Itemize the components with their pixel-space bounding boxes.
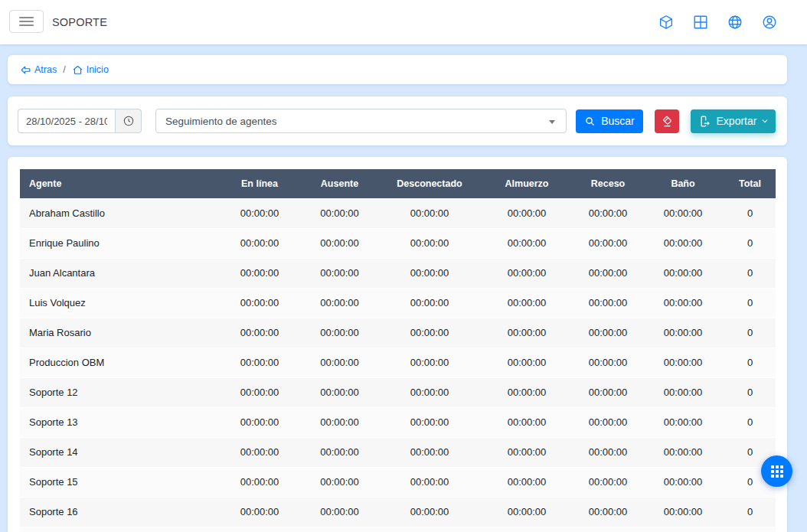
time-cell: 00:00:00 xyxy=(380,258,479,288)
agents-table: AgenteEn líneaAusenteDesconectadoAlmuerz… xyxy=(20,169,776,532)
agent-name-cell: Juan Alcantara xyxy=(20,258,220,288)
time-cell: 0 xyxy=(724,407,776,437)
time-cell: 00:00:00 xyxy=(299,437,380,467)
clear-button[interactable] xyxy=(655,109,679,133)
time-cell: 00:00:00 xyxy=(220,198,299,228)
time-cell: 0 xyxy=(724,258,776,288)
back-arrow-icon xyxy=(20,64,31,76)
table-row: Produccion OBM00:00:0000:00:0000:00:0000… xyxy=(20,348,776,377)
time-cell: 00:00:00 xyxy=(220,497,299,527)
time-cell: 00:00:00 xyxy=(479,288,574,318)
time-cell: 00:00:00 xyxy=(574,437,642,467)
time-cell: 00:00:00 xyxy=(642,228,724,258)
time-cell: 0 xyxy=(724,288,776,318)
table-row: Soporte 1400:00:0000:00:0000:00:0000:00:… xyxy=(20,437,776,467)
time-cell: 00:00:00 xyxy=(220,467,299,497)
time-cell: 00:00:00 xyxy=(574,318,642,348)
time-cell: 0 xyxy=(724,348,776,377)
time-picker-button[interactable] xyxy=(115,109,142,133)
time-cell: 00:00:00 xyxy=(299,497,380,527)
table-row: Enrique Paulino00:00:0000:00:0000:00:000… xyxy=(20,228,776,258)
cube-icon[interactable] xyxy=(658,14,675,31)
search-button[interactable]: Buscar xyxy=(576,109,643,133)
agent-name-cell: Soporte 16 xyxy=(20,497,220,527)
agent-name-cell: Produccion OBM xyxy=(20,348,220,377)
agent-name-cell: Luis Volquez xyxy=(20,288,220,318)
time-cell: 00:00:00 xyxy=(574,198,642,228)
time-cell: 00:00:00 xyxy=(380,437,479,467)
time-cell: 00:00:00 xyxy=(380,348,479,377)
time-cell: 00:00:00 xyxy=(380,497,479,527)
time-cell: 00:00:00 xyxy=(642,348,724,377)
breadcrumb-separator: / xyxy=(63,64,65,75)
column-header-6: Baño xyxy=(642,169,724,198)
time-cell: 00:00:00 xyxy=(642,377,724,407)
time-cell: 00:00:00 xyxy=(574,288,642,318)
table-row: Juan Alcantara00:00:0000:00:0000:00:0000… xyxy=(20,258,776,288)
date-range-input[interactable] xyxy=(18,109,115,133)
filter-bar: Seguimiento de agentes Buscar Exportar xyxy=(8,96,787,145)
grid-dots-icon xyxy=(770,465,784,478)
hamburger-icon xyxy=(19,17,34,18)
globe-icon[interactable] xyxy=(727,14,743,31)
time-cell: 00:00:00 xyxy=(479,467,574,497)
time-cell: 00:00:00 xyxy=(642,288,724,318)
time-cell: 00:00:00 xyxy=(642,437,724,467)
time-cell: 00:00:00 xyxy=(380,377,479,407)
menu-toggle-button[interactable] xyxy=(9,10,44,33)
time-cell: 00:00:00 xyxy=(479,377,574,407)
time-cell: 0 xyxy=(724,198,776,228)
time-cell: 00:00:00 xyxy=(380,288,479,318)
time-cell: 00:00:00 xyxy=(479,198,574,228)
time-cell: 00:00:00 xyxy=(574,377,642,407)
user-icon[interactable] xyxy=(761,14,778,31)
export-caret-icon xyxy=(761,117,769,125)
time-cell: 00:00:00 xyxy=(220,348,299,377)
agents-table-card: AgenteEn líneaAusenteDesconectadoAlmuerz… xyxy=(8,157,787,532)
time-cell: 00:00:00 xyxy=(479,437,574,467)
table-row: Soporte 1500:00:0000:00:0000:00:0000:00:… xyxy=(20,467,776,497)
table-row: Soporte 1300:00:0000:00:0000:00:0000:00:… xyxy=(20,407,776,437)
file-export-icon xyxy=(698,114,712,129)
time-cell: 00:00:00 xyxy=(220,318,299,348)
time-cell: 00:00:00 xyxy=(479,497,574,527)
time-cell: 00:00:00 xyxy=(642,407,724,437)
breadcrumb-home-link[interactable]: Inicio xyxy=(72,64,109,76)
table-row: Soporte 1200:00:0000:00:0000:00:0000:00:… xyxy=(20,377,776,407)
select-caret-icon xyxy=(549,120,555,124)
column-header-7: Total xyxy=(724,169,776,198)
table-header-row: AgenteEn líneaAusenteDesconectadoAlmuerz… xyxy=(20,169,776,198)
time-cell: 00:00:00 xyxy=(220,258,299,288)
column-header-5: Receso xyxy=(574,169,642,198)
app-title: SOPORTE xyxy=(52,0,107,44)
grid-icon[interactable] xyxy=(692,14,709,31)
time-cell: 00:00:00 xyxy=(574,497,642,527)
time-cell: 00:00:00 xyxy=(479,258,574,288)
time-cell: 00:00:00 xyxy=(380,198,479,228)
time-cell: 00:00:00 xyxy=(479,348,574,377)
time-cell: 00:00:00 xyxy=(574,348,642,377)
export-button[interactable]: Exportar xyxy=(691,109,776,133)
time-cell: 0 xyxy=(724,377,776,407)
column-header-3: Desconectado xyxy=(380,169,479,198)
column-header-4: Almuerzo xyxy=(479,169,574,198)
apps-fab-button[interactable] xyxy=(761,455,792,487)
time-cell: 00:00:00 xyxy=(479,407,574,437)
time-cell: 00:00:00 xyxy=(642,467,724,497)
report-type-select[interactable]: Seguimiento de agentes xyxy=(155,109,567,133)
agent-name-cell: Abraham Castillo xyxy=(20,198,220,228)
time-cell: 00:00:00 xyxy=(299,288,380,318)
breadcrumb-back-link[interactable]: Atras xyxy=(20,64,57,76)
time-cell: 00:00:00 xyxy=(380,467,479,497)
column-header-agente: Agente xyxy=(20,169,220,198)
table-row: Maria Rosario00:00:0000:00:0000:00:0000:… xyxy=(20,318,776,348)
time-cell: 00:00:00 xyxy=(574,467,642,497)
agent-name-cell: Soporte 14 xyxy=(20,437,220,467)
time-cell: 00:00:00 xyxy=(642,258,724,288)
time-cell: 00:00:00 xyxy=(642,198,724,228)
column-header-1: En línea xyxy=(220,169,299,198)
table-row: Soporte 1600:00:0000:00:0000:00:0000:00:… xyxy=(20,497,776,527)
time-cell: 00:00:00 xyxy=(299,377,380,407)
time-cell: 00:00:00 xyxy=(574,407,642,437)
time-cell: 0 xyxy=(724,497,776,527)
